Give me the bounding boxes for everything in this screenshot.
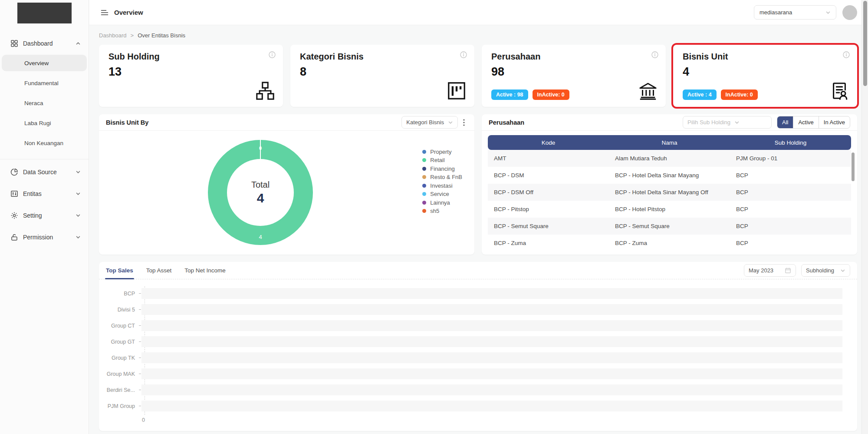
sidebar-item-label: Dashboard	[23, 40, 76, 47]
chevron-down-icon	[448, 120, 453, 125]
tab-top-sales[interactable]: Top Sales	[106, 262, 133, 279]
bar-chart-row: Group GT	[99, 334, 842, 350]
y-axis-tick	[139, 406, 141, 406]
sidebar-item-neraca[interactable]: Neraca	[0, 93, 89, 113]
sidebar-item-setting[interactable]: Setting	[0, 205, 89, 226]
y-axis-tick-label: Group CT	[99, 323, 139, 329]
bar-chart-row: BCP	[99, 285, 842, 301]
topbar-right: mediasarana	[754, 5, 857, 20]
segment-all[interactable]: All	[777, 116, 793, 128]
legend-dot	[422, 192, 426, 196]
sidebar-item-dashboard[interactable]: Dashboard	[0, 34, 89, 53]
table-row: BCP - ZumaBCP - ZumaBCP	[488, 235, 851, 252]
sidebar-item-permission[interactable]: Permission	[0, 226, 89, 248]
bar-chart-rows: BCPDivisi 5Group CTGroup GTGroup TKGroup…	[99, 285, 842, 414]
donut-legend: PropertyRetailFinancingResto & FnBInvest…	[422, 149, 462, 214]
y-axis-tick	[139, 390, 141, 390]
info-icon[interactable]	[460, 51, 467, 59]
sidebar-item-overview[interactable]: Overview	[2, 55, 87, 71]
info-icon[interactable]	[651, 51, 659, 59]
subholding-select[interactable]: Subholding	[801, 264, 850, 277]
bank-icon	[638, 81, 658, 101]
legend-dot	[422, 150, 426, 154]
legend-item-property[interactable]: Property	[422, 149, 462, 155]
kanban-icon	[447, 81, 467, 101]
sidebar-item-non-keuangan[interactable]: Non Keuangan	[0, 133, 89, 153]
stat-card-title: Sub Holding	[108, 52, 273, 62]
table-cell: BCP	[730, 206, 851, 212]
status-badge: Active : 4	[683, 89, 717, 100]
table-cell: BCP	[730, 223, 851, 229]
legend-item-investasi[interactable]: Investasi	[422, 183, 462, 189]
stat-card-value: 13	[108, 65, 273, 79]
sidebar-dashboard-submenu: OverviewFundamentalNeracaLaba RugiNon Ke…	[0, 55, 89, 153]
bar-chart-row: Group MAK	[99, 366, 842, 382]
legend-dot	[422, 209, 426, 213]
sidebar-item-laba-rugi[interactable]: Laba Rugi	[0, 113, 89, 133]
dashboard-grid-icon	[10, 40, 18, 47]
table-cell: BCP - Hotel Delta Sinar Mayang	[609, 172, 730, 179]
bar-chart-area: BCPDivisi 5Group CTGroup GTGroup TKGroup…	[99, 279, 857, 423]
bar-chart-band	[141, 384, 842, 395]
menu-icon[interactable]	[101, 10, 108, 16]
calendar-icon	[785, 267, 791, 274]
legend-label: Investasi	[430, 182, 452, 189]
org-chart-icon	[255, 81, 275, 101]
chevron-down-icon	[76, 235, 81, 240]
tab-top-asset[interactable]: Top Asset	[146, 262, 172, 279]
table-column-header: Kode	[488, 139, 609, 146]
perusahaan-table: KodeNamaSub Holding AMTAlam Mutiara Tedu…	[488, 135, 851, 252]
chevron-down-icon	[840, 268, 845, 273]
tab-top-net-income[interactable]: Top Net Income	[184, 262, 226, 279]
tabs: Top SalesTop AssetTop Net Income	[106, 262, 226, 279]
sidebar-item-fundamental[interactable]: Fundamental	[0, 73, 89, 93]
page-scrollbar[interactable]	[861, 0, 868, 434]
avatar[interactable]	[842, 5, 857, 20]
document-person-icon	[829, 81, 849, 101]
table-header-row: KodeNamaSub Holding	[488, 135, 851, 150]
legend-item-service[interactable]: Service	[422, 192, 462, 197]
breadcrumb: Dashboard>Over Entitas Bisnis	[99, 32, 857, 39]
legend-item-lainnya[interactable]: Lainnya	[422, 200, 462, 205]
x-axis-zero-label: 0	[142, 417, 842, 423]
page-scrollbar-thumb[interactable]	[863, 1, 867, 86]
tenant-select[interactable]: mediasarana	[754, 5, 836, 20]
table-row: BCP - PitstopBCP - Hotel PitstopBCP	[488, 201, 851, 218]
sidebar-divider	[0, 159, 89, 159]
table-cell: BCP	[730, 189, 851, 195]
kategori-bisnis-select[interactable]: Kategori Bisnis	[401, 116, 458, 129]
legend-item-resto-fnb[interactable]: Resto & FnB	[422, 175, 462, 180]
bar-chart-band	[141, 336, 842, 347]
donut-chart[interactable]: 0 4 Total 4	[208, 140, 313, 245]
table-scrollbar-thumb[interactable]	[852, 152, 855, 181]
legend-item-retail[interactable]: Retail	[422, 158, 462, 163]
legend-item-sh5[interactable]: sh5	[422, 209, 462, 214]
table-body: AMTAlam Mutiara TeduhPJM Group - 01BCP -…	[488, 150, 851, 252]
segment-active[interactable]: Active	[793, 116, 818, 128]
sidebar-groups: Data SourceEntitasSettingPermission	[0, 161, 89, 248]
breadcrumb-item[interactable]: Dashboard	[99, 32, 127, 39]
bar-chart-row: Berdiri Se...	[99, 382, 842, 398]
info-icon[interactable]	[842, 51, 850, 59]
legend-dot	[422, 167, 426, 171]
table-cell: BCP - DSM Off	[488, 189, 609, 195]
chevron-down-icon	[76, 191, 81, 196]
month-picker[interactable]: May 2023	[744, 264, 796, 277]
stat-card-perusahaan[interactable]: Perusahaan98Active : 98InActive: 0	[482, 45, 666, 107]
gear-icon	[10, 212, 18, 219]
pilih-sub-holding-select[interactable]: Pilih Sub Holding	[683, 116, 772, 129]
breadcrumb-item[interactable]: Over Entitas Bisnis	[138, 32, 185, 39]
stat-card-sub-holding[interactable]: Sub Holding13	[99, 45, 283, 107]
stat-card-bisnis-unit[interactable]: Bisnis Unit4Active : 4InActive: 0	[673, 45, 857, 107]
donut-slice-label-bottom: 4	[208, 234, 313, 240]
kebab-menu-icon[interactable]	[463, 119, 467, 126]
sidebar-item-data-source[interactable]: Data Source	[0, 161, 89, 183]
segment-in-active[interactable]: In Active	[819, 116, 850, 128]
sidebar: Dashboard OverviewFundamentalNeracaLaba …	[0, 0, 89, 434]
sidebar-item-entitas[interactable]: Entitas	[0, 183, 89, 205]
stat-card-kategori-bisnis[interactable]: Kategori Bisnis8	[290, 45, 474, 107]
legend-item-financing[interactable]: Financing	[422, 166, 462, 172]
legend-dot	[422, 175, 426, 179]
info-icon[interactable]	[268, 51, 276, 59]
table-cell: PJM Group - 01	[730, 155, 851, 162]
